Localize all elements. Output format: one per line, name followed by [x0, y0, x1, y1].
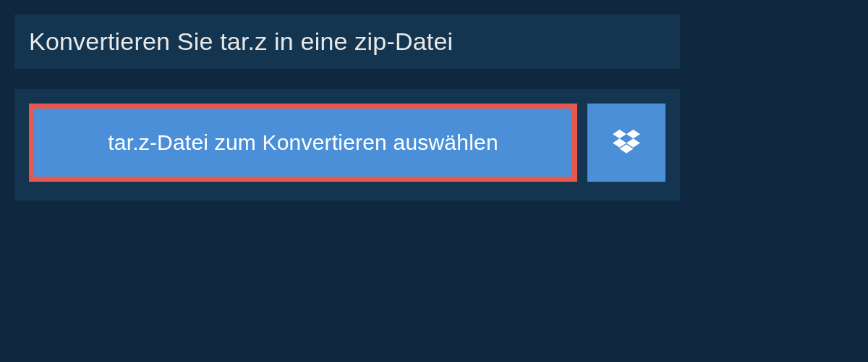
select-file-label: tar.z-Datei zum Konvertieren auswählen — [108, 130, 498, 155]
spacer — [14, 69, 680, 89]
select-file-button[interactable]: tar.z-Datei zum Konvertieren auswählen — [29, 104, 577, 182]
page-title: Konvertieren Sie tar.z in eine zip-Datei — [14, 14, 680, 69]
converter-panel: Konvertieren Sie tar.z in eine zip-Datei… — [14, 14, 680, 201]
dropbox-icon — [613, 130, 640, 156]
dropbox-button[interactable] — [587, 104, 665, 182]
upload-row: tar.z-Datei zum Konvertieren auswählen — [14, 89, 680, 201]
